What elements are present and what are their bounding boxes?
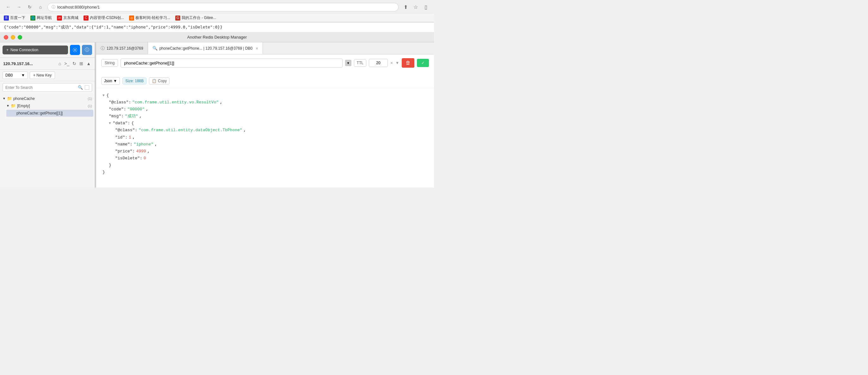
comma-2: , [146,106,148,113]
bookmark-jd[interactable]: JD 京东商城 [57,15,79,21]
price-value: 4999 [136,148,146,155]
format-select[interactable]: Json ▼ [101,77,120,85]
collapse-root-arrow[interactable]: ▼ [102,93,105,99]
bookmark-baidu[interactable]: B 百度一下 [4,15,25,21]
json-code-line: "code": "00000", [102,106,428,113]
nav-buttons: ← → ↻ ⌂ [4,3,45,11]
address-bar[interactable]: ⓘ localhost:8080/phone/1 [48,3,399,11]
bookmark-gitee-label: 我的工作台 - Gitee... [182,15,216,21]
maximize-window-button[interactable] [18,35,22,39]
bookmark-nav[interactable]: 🌐 网址导航 [30,15,52,21]
root-close-brace: } [102,169,105,176]
id-key: "id": [115,134,127,141]
collapse-conn-button[interactable]: ▲ [86,60,91,67]
format-label: Json [104,79,112,83]
bookmark-button[interactable]: ☆ [411,3,420,11]
ttl-label: TTL [354,59,366,67]
type-badge: String [101,59,118,67]
new-key-button[interactable]: + New Key [30,71,55,79]
bookmark-geek-label: 极客时间-轻松学习... [135,15,170,21]
terminal-conn-button[interactable]: >_ [64,60,70,67]
share-button[interactable]: ⬆ [401,3,410,11]
traffic-lights [4,35,22,39]
grid-conn-button[interactable]: ⊞ [79,60,84,67]
sidebar-toggle[interactable]: ▯ [421,3,430,11]
key-name-input[interactable] [121,59,342,68]
home-button[interactable]: ⌂ [36,3,45,11]
refresh-button[interactable]: ↻ [25,3,34,11]
msg-key: "msg": [109,113,124,120]
api-response-text: {"code":"00000","msg":"成功","data":{"id":… [4,25,222,29]
chevron-down-icon: ▼ [6,104,9,107]
home-conn-button[interactable]: ⌂ [58,60,62,67]
bookmark-csdn-label: 内容管理-CSDN创... [90,15,124,21]
key-tab-icon: 🔍 [152,46,158,51]
name-key: "name": [115,141,132,148]
tree-group-name: phoneCache [13,96,35,101]
data-open-brace: { [131,120,134,127]
key-tree: ▼ 📁 phoneCache (1) ▼ 📁 [Empty] (1) [0,94,95,187]
tree-item-getphone[interactable]: phoneCache::getPhone[[1]] [6,110,93,117]
close-window-button[interactable] [4,35,8,39]
tab-close-button[interactable]: × [256,46,258,51]
search-checkbox[interactable] [85,85,89,90]
bookmark-csdn[interactable]: C 内容管理-CSDN创... [84,15,124,21]
comma-6: , [155,141,157,148]
data-class-value: "com.frame.util.entity.dataObject.TbPhon… [138,127,242,134]
format-chevron-icon: ▼ [113,79,117,83]
main-panel: ⓘ 120.79.157.16@3769 🔍 phoneCache::getPh… [96,42,434,187]
new-connection-button[interactable]: + New Connection [3,45,68,54]
value-toolbar: Json ▼ Size: 188B 📋 Copy [96,75,434,88]
tree-group-header-phonecache[interactable]: ▼ 📁 phoneCache (1) [0,95,95,102]
refresh-conn-button[interactable]: ↻ [72,60,77,67]
bookmark-gitee[interactable]: G 我的工作台 - Gitee... [175,15,216,21]
comma-7: , [147,148,150,155]
class-key: "@class": [109,99,131,106]
id-value: 1 [129,134,131,141]
back-button[interactable]: ← [4,3,13,11]
sub-folder-icon: 📁 [11,103,16,108]
delete-button[interactable]: 🗑 [402,58,414,68]
app-body: + New Connection ⓘ 120.79.157.16... ⌂ >_… [0,42,434,187]
json-root-close: } [102,169,428,176]
comma-4: , [244,127,246,134]
settings-icon-button[interactable] [70,45,80,55]
info-icon: ⓘ [85,47,89,53]
tab-bar: ⓘ 120.79.157.16@3769 🔍 phoneCache::getPh… [96,42,434,54]
db-toolbar: DB0 ▼ + New Key [0,69,95,81]
tab-server[interactable]: ⓘ 120.79.157.16@3769 [96,42,148,54]
tree-group-count: (1) [88,97,92,100]
ttl-expand-button[interactable]: ▼ [395,61,399,65]
forward-button[interactable]: → [14,3,23,11]
tree-item-label: phoneCache::getPhone[[1]] [17,111,63,116]
copy-icon: 📋 [152,79,157,83]
collapse-data-arrow[interactable]: ▼ [109,121,111,126]
json-name-line: "name": "iphone", [102,141,428,148]
title-bar: Another Redis Desktop Manager [0,32,434,42]
tree-sub-group-header-empty[interactable]: ▼ 📁 [Empty] (1) [5,102,95,110]
data-close-brace: } [109,162,111,169]
isdelete-value: 0 [144,155,146,162]
db-select-label: DB0 [5,73,13,77]
ttl-clear-button[interactable]: × [390,60,393,65]
key-editor: String ▼ TTL × ▼ 🗑 ✓ [96,54,434,75]
bookmarks-bar: B 百度一下 🌐 网址导航 JD 京东商城 C 内容管理-CSDN创... ◎ … [0,14,434,22]
minimize-window-button[interactable] [11,35,15,39]
ttl-input[interactable] [369,59,388,67]
chevron-down-icon: ▼ [3,97,6,100]
folder-icon: 📁 [7,96,12,101]
info-icon-button[interactable]: ⓘ [82,45,92,55]
search-input[interactable] [5,85,76,90]
bookmark-geek[interactable]: ◎ 极客时间-轻松学习... [129,15,170,21]
json-msg-line: "msg": "成功", [102,113,428,120]
tab-key[interactable]: 🔍 phoneCache::getPhone... | 120.79.157.1… [148,42,263,54]
sidebar: + New Connection ⓘ 120.79.157.16... ⌂ >_… [0,42,95,187]
json-viewer: ▼ { "@class": "com.frame.util.entity.vo.… [96,88,434,185]
secure-icon: ⓘ [52,4,55,10]
server-tab-icon: ⓘ [101,45,105,51]
save-button[interactable]: ✓ [417,59,429,67]
search-bar[interactable]: 🔍 [3,83,92,92]
copy-button[interactable]: 📋 Copy [149,77,169,85]
connection-name: 120.79.157.16... [3,61,33,66]
db-select[interactable]: DB0 ▼ [3,71,28,79]
